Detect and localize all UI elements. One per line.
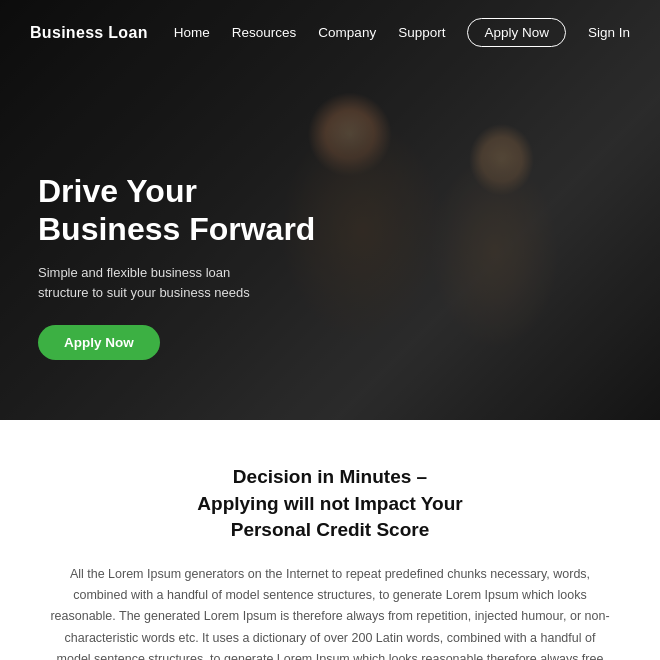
hero-subtitle: Simple and flexible business loan struct… xyxy=(38,263,278,303)
nav-apply-button[interactable]: Apply Now xyxy=(467,18,566,47)
nav-links: Home Resources Company Support Apply Now… xyxy=(174,18,630,47)
hero-content: Drive Your Business Forward Simple and f… xyxy=(38,173,338,360)
nav-support[interactable]: Support xyxy=(398,25,445,40)
nav-signin-button[interactable]: Sign In xyxy=(588,25,630,40)
nav-home[interactable]: Home xyxy=(174,25,210,40)
hero-section: Business Loan Home Resources Company Sup… xyxy=(0,0,660,420)
content-title: Decision in Minutes –Applying will not I… xyxy=(50,464,610,544)
hero-apply-button[interactable]: Apply Now xyxy=(38,325,160,360)
navbar: Business Loan Home Resources Company Sup… xyxy=(0,0,660,65)
brand-logo: Business Loan xyxy=(30,24,148,42)
content-body: All the Lorem Ipsum generators on the In… xyxy=(50,564,610,660)
hero-title: Drive Your Business Forward xyxy=(38,173,338,249)
nav-company[interactable]: Company xyxy=(318,25,376,40)
content-section: Decision in Minutes –Applying will not I… xyxy=(0,420,660,660)
nav-resources[interactable]: Resources xyxy=(232,25,297,40)
